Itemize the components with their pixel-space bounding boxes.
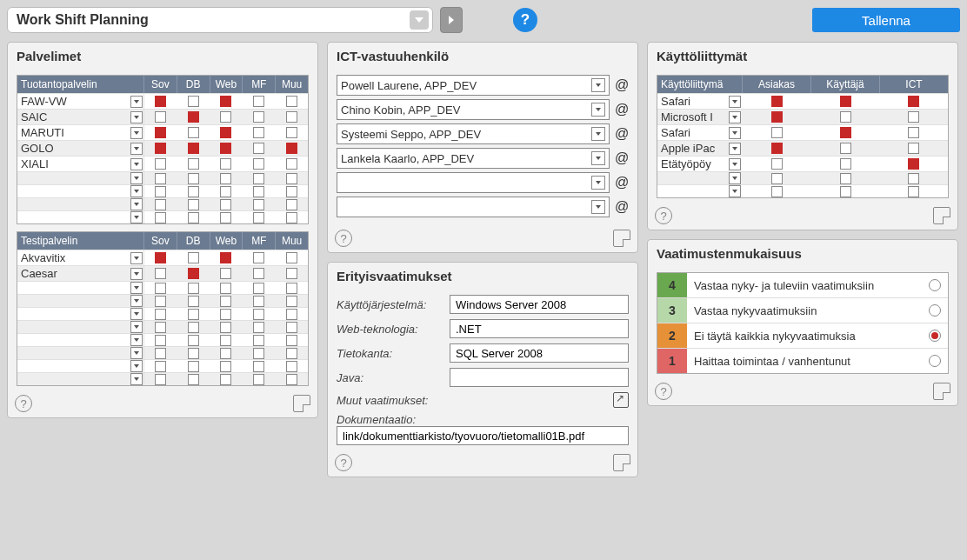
checkbox[interactable] xyxy=(840,173,851,184)
checkbox[interactable] xyxy=(286,127,297,138)
checkbox[interactable] xyxy=(220,348,231,359)
checkbox[interactable] xyxy=(253,252,264,263)
web-input[interactable] xyxy=(450,319,629,338)
checkbox[interactable] xyxy=(155,374,166,385)
checkbox[interactable] xyxy=(286,296,297,307)
note-icon[interactable] xyxy=(933,207,950,224)
checkbox[interactable] xyxy=(286,348,297,359)
checkbox[interactable] xyxy=(155,143,166,154)
checkbox[interactable] xyxy=(253,348,264,359)
checkbox[interactable] xyxy=(286,335,297,346)
checkbox[interactable] xyxy=(188,252,199,263)
checkbox[interactable] xyxy=(253,374,264,385)
row-dropdown[interactable] xyxy=(129,141,144,156)
checkbox[interactable] xyxy=(220,296,231,307)
radio[interactable] xyxy=(929,355,941,367)
checkbox[interactable] xyxy=(220,374,231,385)
checkbox[interactable] xyxy=(220,322,231,333)
row-dropdown[interactable] xyxy=(129,373,144,385)
save-button[interactable]: Tallenna xyxy=(812,8,960,32)
checkbox[interactable] xyxy=(155,252,166,263)
row-dropdown[interactable] xyxy=(129,321,144,333)
checkbox[interactable] xyxy=(253,212,264,223)
checkbox[interactable] xyxy=(253,283,264,294)
row-dropdown[interactable] xyxy=(129,94,144,109)
checkbox[interactable] xyxy=(840,127,851,138)
checkbox[interactable] xyxy=(286,199,297,210)
os-input[interactable] xyxy=(450,295,629,314)
ict-person-select[interactable] xyxy=(337,197,610,217)
checkbox[interactable] xyxy=(286,158,297,170)
checkbox[interactable] xyxy=(253,127,264,138)
checkbox[interactable] xyxy=(908,143,919,154)
checkbox[interactable] xyxy=(286,96,297,107)
row-dropdown[interactable] xyxy=(129,110,144,124)
note-icon[interactable] xyxy=(933,383,950,400)
checkbox[interactable] xyxy=(840,158,851,170)
ict-person-select[interactable]: Chino Kobin, APP_DEV xyxy=(337,99,610,120)
row-dropdown[interactable] xyxy=(129,211,144,223)
checkbox[interactable] xyxy=(188,283,199,294)
checkbox[interactable] xyxy=(771,111,783,123)
checkbox[interactable] xyxy=(286,252,297,263)
checkbox[interactable] xyxy=(220,283,231,294)
checkbox[interactable] xyxy=(771,186,783,197)
checkbox[interactable] xyxy=(286,361,297,372)
java-input[interactable] xyxy=(450,368,629,387)
help-icon[interactable]: ? xyxy=(15,395,32,412)
checkbox[interactable] xyxy=(188,309,199,320)
note-icon[interactable] xyxy=(613,230,630,247)
checkbox[interactable] xyxy=(908,186,919,197)
checkbox[interactable] xyxy=(253,143,264,154)
checkbox[interactable] xyxy=(286,374,297,385)
ict-person-select[interactable] xyxy=(337,172,610,193)
checkbox[interactable] xyxy=(155,309,166,320)
checkbox[interactable] xyxy=(908,96,919,107)
row-dropdown[interactable] xyxy=(129,185,144,197)
checkbox[interactable] xyxy=(188,322,199,333)
checkbox[interactable] xyxy=(188,348,199,359)
row-dropdown[interactable] xyxy=(727,141,743,156)
row-dropdown[interactable] xyxy=(129,308,144,320)
help-icon[interactable]: ? xyxy=(335,454,352,471)
checkbox[interactable] xyxy=(188,212,199,223)
checkbox[interactable] xyxy=(220,173,231,184)
row-dropdown[interactable] xyxy=(727,110,743,124)
doc-input[interactable] xyxy=(337,426,629,445)
radio[interactable] xyxy=(929,330,941,342)
row-dropdown[interactable] xyxy=(727,94,743,109)
checkbox[interactable] xyxy=(155,268,166,279)
checkbox[interactable] xyxy=(155,173,166,184)
row-dropdown[interactable] xyxy=(129,157,144,171)
checkbox[interactable] xyxy=(188,361,199,372)
checkbox[interactable] xyxy=(188,374,199,385)
checkbox[interactable] xyxy=(155,199,166,210)
checkbox[interactable] xyxy=(188,268,199,279)
help-icon[interactable]: ? xyxy=(513,8,537,32)
checkbox[interactable] xyxy=(908,173,919,184)
row-dropdown[interactable] xyxy=(727,185,743,197)
checkbox[interactable] xyxy=(155,348,166,359)
checkbox[interactable] xyxy=(155,361,166,372)
help-icon[interactable]: ? xyxy=(655,207,672,224)
checkbox[interactable] xyxy=(771,173,783,184)
row-dropdown[interactable] xyxy=(727,157,743,171)
email-icon[interactable]: @ xyxy=(615,126,629,142)
checkbox[interactable] xyxy=(286,111,297,123)
db-input[interactable] xyxy=(450,343,629,363)
checkbox[interactable] xyxy=(220,252,231,263)
checkbox[interactable] xyxy=(155,127,166,138)
checkbox[interactable] xyxy=(253,361,264,372)
checkbox[interactable] xyxy=(253,199,264,210)
checkbox[interactable] xyxy=(840,96,851,107)
checkbox[interactable] xyxy=(253,268,264,279)
row-dropdown[interactable] xyxy=(129,125,144,140)
checkbox[interactable] xyxy=(220,212,231,223)
checkbox[interactable] xyxy=(188,96,199,107)
page-title-select[interactable]: Work Shift Planning xyxy=(7,7,433,33)
checkbox[interactable] xyxy=(155,96,166,107)
nav-next-button[interactable] xyxy=(440,7,463,33)
row-dropdown[interactable] xyxy=(129,172,144,184)
checkbox[interactable] xyxy=(188,173,199,184)
checkbox[interactable] xyxy=(220,96,231,107)
